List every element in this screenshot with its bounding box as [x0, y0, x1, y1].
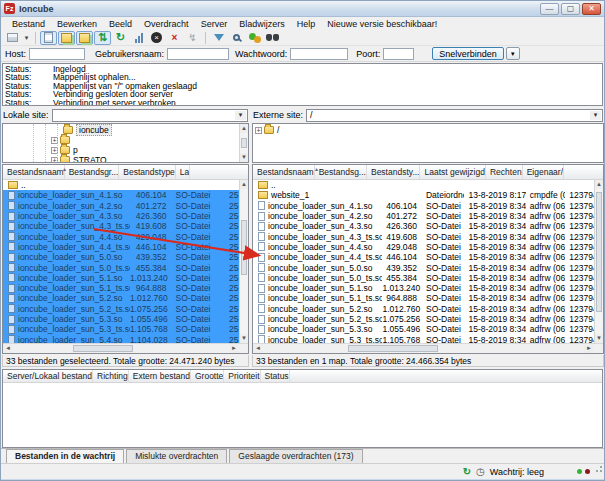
file-row[interactable]: ioncube_loader_sun_5.0.so 439.352 SO-Dat… [3, 252, 239, 262]
scroll-thumb[interactable] [348, 345, 438, 352]
quickconnect-button[interactable]: Snelverbinden [432, 47, 504, 60]
reconnect-button[interactable]: ↯ [184, 31, 201, 45]
toggle-log-button[interactable] [40, 31, 57, 45]
file-row[interactable]: ioncube_loader_sun_5.3.so 1.055.496 SO-D… [253, 324, 594, 334]
menu-item[interactable]: Bestand [6, 19, 51, 29]
queue-column-header[interactable]: Extern bestand [129, 370, 191, 382]
process-queue-button[interactable] [130, 31, 147, 45]
file-row[interactable]: ioncube_loader_sun_5.2_ts.so 1.075.256 S… [253, 314, 594, 324]
queue-column-header[interactable]: Grootte [191, 370, 224, 382]
file-row[interactable]: ioncube_loader_sun_5.2.so 1.012.760 SO-D… [3, 293, 239, 303]
column-header[interactable]: Bestandsgr... [65, 165, 120, 179]
local-tree-scrollbar[interactable]: ▲ ▼ [239, 124, 248, 162]
minimize-button[interactable]: — [540, 3, 559, 15]
file-row[interactable]: ioncube_loader_sun_5.3_ts.so 1.105.768 S… [253, 334, 594, 343]
toggle-remote-tree-button[interactable] [76, 31, 93, 45]
file-row[interactable]: website_1 Dateiordner 13-8-2019 8:17:...… [253, 190, 594, 200]
queue-column-header[interactable]: Status [261, 370, 290, 382]
filter-button[interactable] [210, 31, 227, 45]
file-row[interactable]: ioncube_loader_sun_5.4.so 1.104.028 SO-D… [3, 334, 239, 343]
file-row[interactable]: ioncube_loader_sun_4.4_ts.so 446.104 SO-… [3, 242, 239, 252]
remote-hscrollbar[interactable]: ◄ ► [253, 343, 603, 353]
tree-item[interactable]: + / [253, 125, 603, 135]
file-row[interactable]: ioncube_loader_sun_5.1_ts.so 964.888 SO-… [253, 293, 594, 303]
column-header[interactable]: Rechten [486, 165, 523, 179]
scroll-right-icon[interactable]: ► [584, 344, 594, 353]
toggle-local-tree-button[interactable] [58, 31, 75, 45]
file-row[interactable]: ioncube_loader_sun_4.3_ts.so 419.608 SO-… [253, 231, 594, 241]
file-row[interactable]: ioncube_loader_sun_4.3_ts.so 419.608 SO-… [3, 221, 239, 231]
username-input[interactable] [167, 48, 229, 60]
local-list-scrollbar[interactable]: ▲ ▼ [239, 180, 248, 343]
file-row[interactable]: ioncube_loader_sun_5.0_ts.so 455.384 SO-… [253, 273, 594, 283]
queue-column-header[interactable]: Prioriteit [224, 370, 260, 382]
tree-item[interactable]: + p [3, 145, 248, 155]
scroll-left-icon[interactable]: ◄ [3, 344, 13, 353]
site-manager-button[interactable] [4, 31, 21, 45]
file-row[interactable]: .. [3, 180, 239, 190]
column-header[interactable]: Eigenaar/ [523, 165, 564, 179]
file-row[interactable]: ioncube_loader_sun_4.4.so 429.048 SO-Dat… [3, 231, 239, 241]
file-row[interactable]: ioncube_loader_sun_5.1.so 1.013.240 SO-D… [3, 273, 239, 283]
compare-button[interactable] [228, 31, 245, 45]
menu-item[interactable]: Overdracht [138, 19, 195, 29]
disconnect-button[interactable]: × [166, 31, 183, 45]
file-row[interactable]: ioncube_loader_sun_5.1.so 1.013.240 SO-D… [253, 283, 594, 293]
file-row[interactable]: ioncube_loader_sun_4.4.so 429.048 SO-Dat… [253, 242, 594, 252]
refresh-button[interactable]: ↻ [112, 31, 129, 45]
file-row[interactable]: ioncube_loader_sun_5.2_ts.so 1.075.256 S… [3, 304, 239, 314]
toggle-queue-button[interactable]: ⇅ [94, 31, 111, 45]
file-row[interactable]: ioncube_loader_sun_4.3.so 426.360 SO-Dat… [3, 211, 239, 221]
resize-grip[interactable] [594, 466, 602, 474]
scroll-thumb[interactable] [73, 345, 133, 352]
column-header[interactable]: Bestandsty... [367, 165, 421, 179]
scroll-thumb[interactable] [596, 192, 602, 312]
scroll-down-icon[interactable]: ▼ [595, 334, 603, 343]
local-site-combo[interactable]: ▾ [52, 109, 248, 122]
file-row[interactable]: ioncube_loader_sun_4.2.so 401.272 SO-Dat… [253, 211, 594, 221]
expand-icon[interactable]: + [255, 127, 262, 134]
file-row[interactable]: ioncube_loader_sun_5.0.so 439.352 SO-Dat… [253, 262, 594, 272]
queue-tab[interactable]: Geslaagde overdrachten (173) [229, 449, 362, 463]
chevron-down-icon[interactable]: ▾ [590, 111, 601, 120]
file-row[interactable]: ioncube_loader_sun_4.1.so 406.104 SO-Dat… [253, 201, 594, 211]
scroll-thumb[interactable] [241, 138, 247, 148]
scroll-up-icon[interactable]: ▲ [240, 124, 248, 133]
queue-body[interactable] [3, 383, 602, 447]
remote-tree[interactable]: + / [252, 123, 604, 163]
find-files-button[interactable] [264, 31, 281, 45]
queue-column-header[interactable]: Richting [93, 370, 129, 382]
message-log[interactable]: Status: Ingelogd Status: Mappenlijst oph… [2, 63, 603, 106]
column-header[interactable]: La [176, 165, 190, 179]
file-row[interactable]: .. [253, 180, 594, 190]
password-input[interactable] [290, 48, 348, 60]
scroll-down-icon[interactable]: ▼ [240, 153, 248, 162]
local-tree[interactable]: + ioncube + + [2, 123, 249, 163]
queue-tab[interactable]: Bestanden in de wachtrij [6, 449, 124, 463]
port-input[interactable] [383, 48, 414, 60]
file-row[interactable]: ioncube_loader_sun_5.0_ts.so 455.384 SO-… [3, 262, 239, 272]
scroll-thumb[interactable] [241, 220, 247, 275]
file-row[interactable]: ioncube_loader_sun_4.4_ts.so 446.104 SO-… [253, 252, 594, 262]
file-row[interactable]: ioncube_loader_sun_5.1_ts.so 964.888 SO-… [3, 283, 239, 293]
file-row[interactable]: ioncube_loader_sun_5.3.so 1.055.496 SO-D… [3, 314, 239, 324]
tree-item[interactable]: + [3, 135, 248, 145]
queue-tab[interactable]: Mislukte overdrachten [126, 449, 227, 463]
menu-item[interactable]: Server [195, 19, 234, 29]
remote-list-scrollbar[interactable]: ▲ ▼ [594, 180, 603, 343]
column-header[interactable]: Laatst gewijzigd [420, 165, 485, 179]
column-header[interactable]: Bestandsnaam [3, 165, 65, 179]
tree-item[interactable]: + ioncube [3, 125, 248, 135]
menu-item[interactable]: Bladwijzers [233, 19, 291, 29]
queue-column-header[interactable]: Server/Lokaal bestand [3, 370, 93, 382]
menu-item[interactable]: Bewerken [51, 19, 103, 29]
column-header[interactable]: Bestandsnaam [253, 165, 315, 179]
restore-button[interactable]: ▢ [561, 3, 580, 15]
file-row[interactable]: ioncube_loader_sun_4.2.so 401.272 SO-Dat… [3, 201, 239, 211]
menu-item[interactable]: Nieuwe versie beschikbaar! [321, 19, 443, 29]
column-header[interactable]: Bestandstype [119, 165, 176, 179]
scroll-down-icon[interactable]: ▼ [240, 334, 248, 343]
chevron-down-icon[interactable]: ▾ [235, 111, 246, 120]
menu-item[interactable]: Help [291, 19, 322, 29]
file-row[interactable]: ioncube_loader_sun_4.3.so 426.360 SO-Dat… [253, 221, 594, 231]
